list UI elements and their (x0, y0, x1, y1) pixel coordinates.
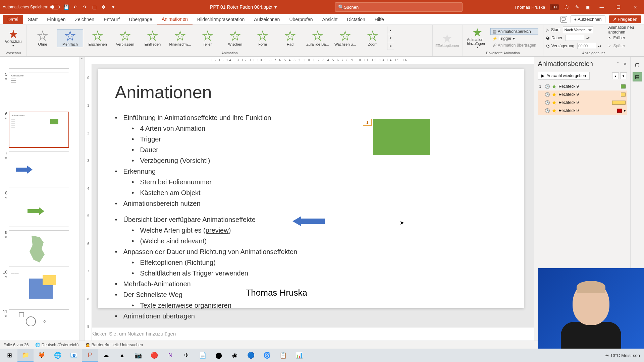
app-icon-7[interactable]: 📋 (275, 349, 291, 362)
move-earlier-button[interactable]: ∧ Früher (608, 34, 641, 42)
animation-pane-button[interactable]: ▤ Animationsbereich (490, 28, 538, 35)
anim-gallery-hineinschw...[interactable]: Hineinschw... (167, 29, 193, 47)
filename[interactable]: PPT 01 Roter Faden 004.pptx ▾ (210, 4, 277, 10)
touch-icon[interactable]: ✥ (101, 4, 107, 10)
thumbnail-9[interactable] (9, 230, 69, 266)
tab-ansicht[interactable]: Ansicht (317, 15, 342, 24)
comments-icon[interactable]: 💬 (560, 16, 567, 23)
weather-widget[interactable]: ☀ 13°C Meist son (605, 353, 640, 358)
thumbnail-7[interactable] (9, 151, 69, 187)
move-down-button[interactable]: ▾ (620, 72, 627, 79)
anim-gallery-erscheinen[interactable]: Erscheinen (85, 29, 111, 47)
user-badge[interactable]: TH (550, 4, 559, 10)
file-tab[interactable]: Datei (3, 15, 23, 24)
slide-body-text[interactable]: Einführung in Animationseffekte und ihre… (115, 112, 507, 209)
telegram-icon[interactable]: ✈ (178, 349, 195, 362)
side-tool-2[interactable]: ▤ (633, 72, 642, 81)
edge-icon[interactable]: 🌀 (259, 349, 275, 362)
app-icon-4[interactable]: 📄 (195, 349, 211, 362)
move-up-button[interactable]: ▴ (612, 72, 619, 79)
app-icon-5[interactable]: ◉ (227, 349, 243, 362)
search-input[interactable] (344, 5, 460, 10)
start-menu-button[interactable]: ⊞ (1, 349, 17, 362)
tab-praesentation[interactable]: Bildschirmpräsentation (193, 15, 250, 24)
app-icon-3[interactable]: 🔴 (146, 349, 162, 362)
app-icon-8[interactable]: 📊 (291, 349, 307, 362)
anim-list-item[interactable]: 🕐Rechteck 9 (538, 90, 627, 99)
play-selection-button[interactable]: ▶ Auswahl wiedergeben (538, 72, 589, 80)
anim-gallery-wachsen u...[interactable]: Wachsen u... (332, 29, 358, 47)
outlook-icon[interactable]: 📧 (66, 349, 82, 362)
draw-icon[interactable]: ✎ (574, 4, 580, 10)
tab-entwurf[interactable]: Entwurf (99, 15, 124, 24)
onenote-icon[interactable]: N (162, 349, 178, 362)
obs-icon[interactable]: ⬤ (211, 349, 227, 362)
thumbnail-partial[interactable] (9, 58, 69, 69)
tab-start[interactable]: Start (23, 15, 43, 24)
app-icon-2[interactable]: 📷 (130, 349, 146, 362)
anim-gallery-ohne[interactable]: Ohne (30, 29, 56, 47)
anim-gallery-teilen[interactable]: Teilen (195, 29, 221, 47)
app-icon-1[interactable]: ☁ (98, 349, 114, 362)
slide-counter[interactable]: Folie 6 von 26 (3, 343, 29, 347)
duration-input[interactable] (566, 35, 584, 41)
close-button[interactable]: ✕ (629, 2, 641, 12)
thumbnail-6[interactable]: Animationen═══════════════ (9, 112, 69, 148)
chevron-down-icon[interactable]: ˅ (617, 61, 619, 66)
firefox-icon[interactable]: 🦊 (34, 349, 50, 362)
anim-gallery-zufällige ba...[interactable]: Zufällige Ba... (305, 29, 331, 47)
redo-icon[interactable]: ↷ (82, 4, 88, 10)
anim-gallery-einfliegen[interactable]: Einfliegen (140, 29, 166, 47)
start-select[interactable]: Nach Vorher... (563, 26, 593, 33)
anim-list-item[interactable]: 🕐Rechteck 9▾ (538, 107, 627, 115)
author-text[interactable]: Thomas Hruska (246, 288, 307, 298)
tab-einfuegen[interactable]: Einfügen (42, 15, 70, 24)
animation-tag[interactable]: 1 (363, 119, 372, 126)
move-later-button[interactable]: ∨ Später (608, 42, 641, 50)
search-box[interactable]: 🔍 (335, 2, 463, 12)
slide-canvas[interactable]: Animationen 1 Einführung in Animationsef… (98, 69, 524, 308)
chrome-icon[interactable]: 🌐 (50, 349, 66, 362)
toggle-switch[interactable] (50, 5, 60, 9)
tab-aufzeichnen[interactable]: Aufzeichnen (249, 15, 284, 24)
thumbnail-10[interactable]: ═══ ═══ (9, 270, 69, 306)
minimize-button[interactable]: — (596, 2, 608, 12)
gallery-scroll[interactable]: ▴▾≡ (387, 26, 394, 50)
thumbnail-11[interactable]: ♡ (9, 309, 69, 326)
close-pane-icon[interactable]: ✕ (623, 61, 627, 66)
tab-ueberpruefen[interactable]: Überprüfen (284, 15, 317, 24)
file-explorer-icon[interactable]: 📁 (17, 349, 34, 362)
anim-list-item[interactable]: 1🕐Rechteck 9 (538, 82, 627, 90)
record-button[interactable]: ● Aufzeichnen (571, 15, 605, 23)
tab-animationen[interactable]: Animationen (157, 14, 193, 24)
slide-title[interactable]: Animationen (115, 82, 507, 102)
accessibility-status[interactable]: 🙍 Barrierefreiheit: Untersuchen (85, 343, 143, 347)
trigger-button[interactable]: ⚡ Trigger ▾ (490, 36, 538, 42)
blue-arrow-shape[interactable] (292, 216, 325, 226)
anim-gallery-zoom[interactable]: Zoom (360, 29, 386, 47)
undo-icon[interactable]: ↶ (72, 4, 78, 10)
notes-placeholder[interactable]: Klicken Sie, um Notizen hinzuzufügen (85, 327, 534, 341)
green-rectangle-shape[interactable] (373, 119, 430, 155)
tab-dictation[interactable]: Dictation (342, 15, 370, 24)
side-tool-1[interactable]: ▢ (633, 60, 642, 69)
app-icon-6[interactable]: 🔵 (243, 349, 259, 362)
tab-hilfe[interactable]: Hilfe (370, 15, 389, 24)
save-icon[interactable]: 💾 (63, 4, 69, 10)
maximize-button[interactable]: ☐ (612, 2, 625, 12)
anim-gallery-wischen[interactable]: Wischen (222, 29, 248, 47)
thumbnail-5[interactable]: Animationen═════════ (9, 72, 69, 108)
anim-gallery-mehrfach[interactable]: Mehrfach (57, 29, 83, 47)
present-icon[interactable]: ▢ (91, 4, 97, 10)
username[interactable]: Thomas Hruska (515, 5, 545, 10)
anim-gallery-verblassen[interactable]: Verblassen (112, 29, 138, 47)
tab-zeichnen[interactable]: Zeichnen (70, 15, 99, 24)
thumb-scrollbar[interactable]: ▴ (79, 57, 85, 341)
thumbnail-8[interactable] (9, 191, 69, 227)
powerpoint-icon[interactable]: P (82, 349, 98, 362)
language-status[interactable]: 🌐 Deutsch (Österreich) (35, 343, 78, 347)
delay-input[interactable] (577, 43, 596, 49)
preview-button[interactable]: Vorschau▾ (3, 28, 24, 49)
vlc-icon[interactable]: ▲ (114, 349, 130, 362)
anim-gallery-form[interactable]: Form (250, 29, 276, 47)
